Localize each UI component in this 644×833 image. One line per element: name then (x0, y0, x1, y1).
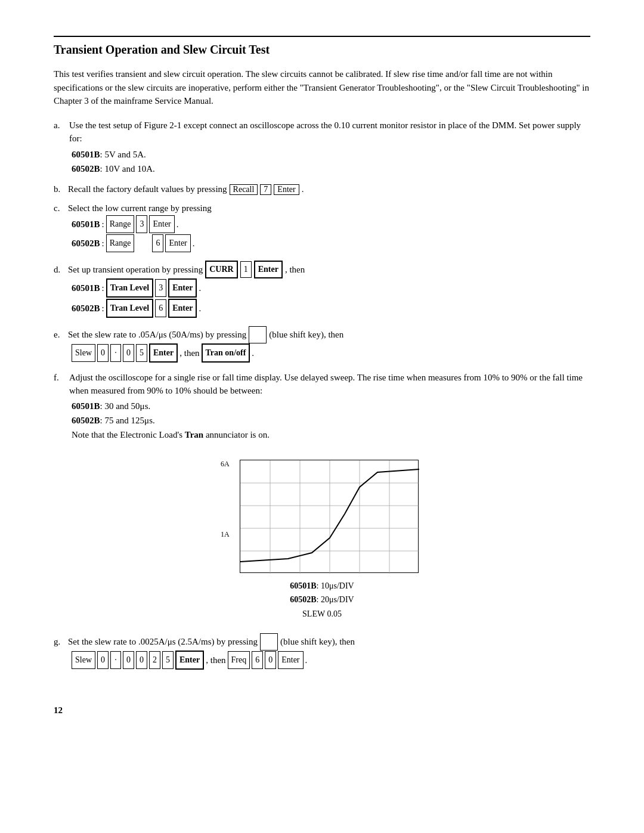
step-f-note-end: annunciator is on. (206, 430, 270, 439)
chart-captions: 60501B: 10μs/DIV 60502B: 20μs/DIV SLEW 0… (290, 579, 354, 621)
key-6-g: 6 (252, 651, 263, 669)
step-f: f. Adjust the oscilloscope for a single … (54, 371, 590, 621)
key-1-d: 1 (240, 261, 252, 278)
step-c: c. Select the low current range by press… (54, 203, 590, 252)
key-enter-d1: Enter (168, 278, 197, 298)
step-f-note-text: Note that the Electronic Load's (72, 430, 182, 439)
step-f-60502b: 60502B (72, 416, 100, 425)
step-b-period: . (302, 184, 304, 194)
key-3-d: 3 (155, 279, 166, 297)
step-g-then: , then (206, 651, 225, 669)
key-slew-e: Slew (72, 344, 95, 362)
key-slew-g: Slew (72, 651, 95, 669)
step-b-label: b. (54, 184, 66, 194)
step-f-line1: 60501B: 30 and 50μs. (72, 399, 590, 413)
key-tranlevel-d1: Tran Level (106, 278, 153, 298)
chart-cap1-text: : 10μs/DIV (317, 581, 354, 590)
section-title: Transient Operation and Slew Circuit Tes… (54, 43, 590, 57)
key-0-e1: 0 (97, 344, 109, 362)
chart-label-6a: 6A (221, 460, 230, 469)
key-0-g4: 0 (265, 651, 276, 669)
chart-caption1: 60501B: 10μs/DIV (290, 579, 354, 593)
step-b-text: Recall the factory default values by pre… (68, 184, 227, 194)
step-f-line2-text: : 75 and 125μs. (100, 416, 155, 425)
key-tranOnOff-e: Tran on/off (202, 343, 250, 363)
step-f-note-bold: Tran (185, 430, 203, 439)
step-a-line1: 60501B: 5V and 5A. (72, 147, 590, 162)
key-5-e: 5 (136, 344, 147, 362)
section-divider (54, 36, 590, 37)
chart-cap2-text: : 20μs/DIV (317, 595, 354, 604)
step-g-text: Set the slew rate to .0025A/μs (2.5A/ms)… (68, 633, 258, 651)
key-tranlevel-d2: Tran Level (106, 299, 153, 318)
step-c-line2: 60502B: Range 6 Enter . (72, 234, 590, 252)
step-a: a. Use the test setup of Figure 2-1 exce… (54, 119, 590, 176)
step-d-line2: 60502B: Tran Level 6 Enter . (72, 299, 590, 318)
step-f-text1: Adjust the oscilloscope for a single ris… (69, 371, 590, 398)
chart-wrapper: 6A 1A (221, 454, 423, 579)
key-enter-d: Enter (254, 261, 283, 279)
step-e-label: e. (54, 326, 66, 343)
step-a-line1-text: : 5V and 5A. (100, 150, 146, 159)
step-d-label: d. (54, 261, 66, 278)
key-5-g: 5 (162, 651, 174, 669)
step-d-60502b: 60502B (72, 299, 100, 317)
chart-cap1-bold: 60501B (290, 581, 316, 590)
chart-area (240, 460, 419, 573)
chart-svg (240, 460, 419, 574)
step-g-blue-note: (blue shift key), then (280, 633, 355, 651)
key-enter-b: Enter (274, 184, 299, 195)
key-enter-c1: Enter (149, 215, 174, 233)
key-range-c1: Range (106, 215, 135, 233)
step-f-line2: 60502B: 75 and 125μs. (72, 413, 590, 428)
step-a-text1: Use the test setup of Figure 2-1 except … (69, 119, 590, 145)
step-c-label: c. (54, 203, 66, 213)
step-c-60502b: 60502B (72, 234, 100, 252)
step-f-line1-text: : 30 and 50μs. (100, 401, 151, 411)
step-a-60502b: 60502B (72, 164, 100, 174)
key-enter-d2: Enter (168, 299, 197, 318)
step-e-text: Set the slew rate to .05A/μs (50A/ms) by… (68, 326, 246, 343)
key-3-c: 3 (136, 215, 147, 233)
step-a-label: a. (54, 120, 66, 131)
key-range-c2: Range (106, 234, 135, 252)
intro-paragraph: This test verifies transient and slew ci… (54, 67, 590, 108)
step-g-label: g. (54, 633, 66, 651)
step-c-line1: 60501B: Range 3 Enter . (72, 215, 590, 233)
step-c-60501b: 60501B (72, 215, 100, 233)
step-d-text: Set up transient operation by pressing (68, 261, 203, 278)
key-recall: Recall (230, 184, 258, 195)
key-dot-g: · (110, 651, 121, 669)
step-d-then: , then (285, 261, 305, 278)
key-curr: CURR (205, 261, 237, 279)
step-d-line1: 60501B: Tran Level 3 Enter . (72, 278, 590, 298)
chart-label-1a: 1A (221, 530, 230, 539)
key-blue-e (249, 326, 267, 343)
key-7: 7 (260, 184, 271, 195)
step-a-60501b: 60501B (72, 150, 100, 159)
step-a-line2: 60502B: 10V and 10A. (72, 162, 590, 176)
step-d-60501b: 60501B (72, 279, 100, 297)
key-blue-g (260, 633, 278, 651)
key-enter-g2: Enter (278, 651, 303, 669)
key-0-g1: 0 (97, 651, 109, 669)
step-f-note: Note that the Electronic Load's Tran ann… (72, 428, 590, 442)
chart-container: 6A 1A 60501B: 10μs/DIV 60502B: 20μs/DIV … (54, 454, 590, 621)
step-a-line2-text: : 10V and 10A. (100, 164, 155, 174)
step-d: d. Set up transient operation by pressin… (54, 261, 590, 318)
step-e-blue-note: (blue shift key), then (269, 326, 343, 343)
key-0-g3: 0 (136, 651, 147, 669)
chart-caption3: SLEW 0.05 (290, 607, 354, 621)
key-6-d: 6 (155, 299, 166, 317)
step-f-label: f. (54, 371, 66, 398)
key-6-c: 6 (152, 234, 163, 252)
key-dot-e1: · (110, 344, 121, 362)
key-2-g: 2 (149, 651, 160, 669)
step-f-60501b: 60501B (72, 401, 100, 411)
step-c-text: Select the low current range by pressing (68, 203, 212, 213)
step-e: e. Set the slew rate to .05A/μs (50A/ms)… (54, 326, 590, 363)
key-enter-c2: Enter (165, 234, 190, 252)
chart-caption2: 60502B: 20μs/DIV (290, 593, 354, 607)
key-freq-g: Freq (228, 651, 250, 669)
step-g: g. Set the slew rate to .0025A/μs (2.5A/… (54, 633, 590, 670)
